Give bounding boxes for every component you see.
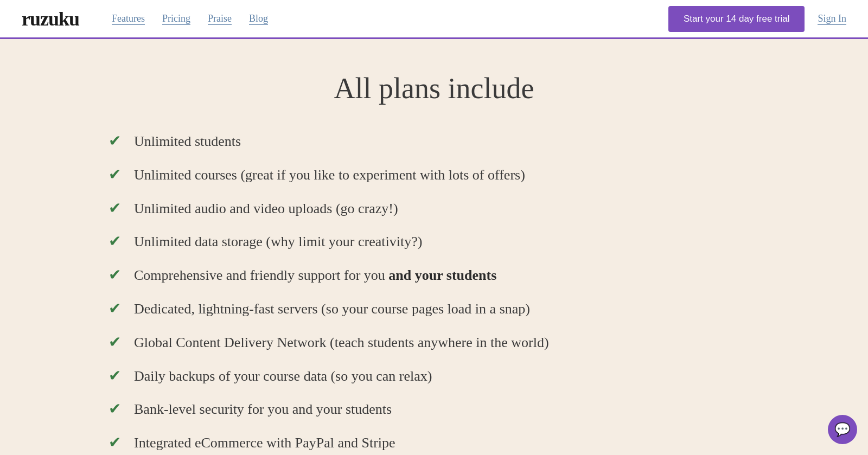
logo: ruzuku: [22, 8, 79, 30]
checkmark-icon: ✔: [108, 301, 121, 316]
list-item: ✔ Unlimited audio and video uploads (go …: [108, 200, 760, 218]
list-item: ✔ Daily backups of your course data (so …: [108, 367, 760, 386]
feature-text: Global Content Delivery Network (teach s…: [134, 334, 549, 352]
checkmark-icon: ✔: [108, 401, 121, 416]
nav-features-link[interactable]: Features: [112, 13, 145, 25]
feature-text: Bank-level security for you and your stu…: [134, 400, 392, 419]
features-list: ✔ Unlimited students ✔ Unlimited courses…: [108, 132, 760, 452]
navigation: ruzuku Features Pricing Praise Blog Star…: [0, 0, 868, 39]
section-title: All plans include: [108, 72, 760, 105]
feature-text-bold: and your students: [388, 267, 496, 283]
nav-pricing-link[interactable]: Pricing: [162, 13, 190, 25]
list-item: ✔ Unlimited students: [108, 132, 760, 151]
list-item: ✔ Bank-level security for you and your s…: [108, 400, 760, 419]
list-item: ✔ Unlimited data storage (why limit your…: [108, 233, 760, 251]
feature-text: Unlimited students: [134, 132, 241, 151]
feature-text: Integrated eCommerce with PayPal and Str…: [134, 434, 395, 452]
checkmark-icon: ✔: [108, 435, 121, 450]
checkmark-icon: ✔: [108, 234, 121, 249]
checkmark-icon: ✔: [108, 167, 121, 182]
feature-text: Unlimited data storage (why limit your c…: [134, 233, 422, 251]
list-item: ✔ Integrated eCommerce with PayPal and S…: [108, 434, 760, 452]
start-trial-button[interactable]: Start your 14 day free trial: [668, 6, 805, 32]
checkmark-icon: ✔: [108, 335, 121, 350]
feature-text: Daily backups of your course data (so yo…: [134, 367, 432, 386]
checkmark-icon: ✔: [108, 133, 121, 149]
checkmark-icon: ✔: [108, 267, 121, 283]
nav-links: Features Pricing Praise Blog: [112, 13, 268, 25]
list-item: ✔ Comprehensive and friendly support for…: [108, 266, 760, 285]
nav-praise-link[interactable]: Praise: [208, 13, 232, 25]
feature-text: Unlimited audio and video uploads (go cr…: [134, 200, 398, 218]
feature-text-before: Comprehensive and friendly support for y…: [134, 267, 388, 283]
nav-blog-link[interactable]: Blog: [249, 13, 268, 25]
list-item: ✔ Dedicated, lightning-fast servers (so …: [108, 300, 760, 318]
list-item: ✔ Global Content Delivery Network (teach…: [108, 334, 760, 352]
feature-text: Dedicated, lightning-fast servers (so yo…: [134, 300, 530, 318]
main-content: All plans include ✔ Unlimited students ✔…: [0, 39, 868, 455]
chat-icon: 💬: [834, 422, 851, 437]
chat-bubble-button[interactable]: 💬: [828, 415, 857, 444]
nav-right: Start your 14 day free trial Sign In: [668, 6, 846, 32]
checkmark-icon: ✔: [108, 201, 121, 216]
feature-text: Comprehensive and friendly support for y…: [134, 266, 496, 285]
sign-in-link[interactable]: Sign In: [818, 13, 846, 25]
feature-text: Unlimited courses (great if you like to …: [134, 166, 525, 184]
list-item: ✔ Unlimited courses (great if you like t…: [108, 166, 760, 184]
checkmark-icon: ✔: [108, 368, 121, 383]
